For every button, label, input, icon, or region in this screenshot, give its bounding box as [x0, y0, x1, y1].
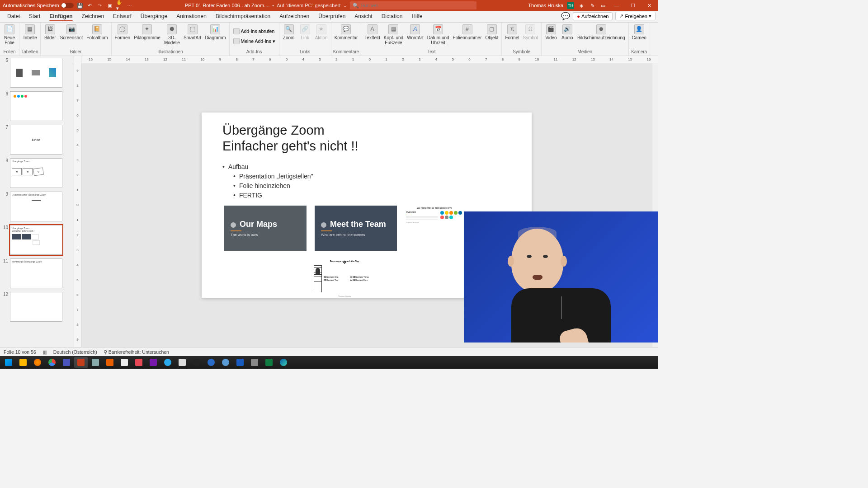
start-button[interactable] — [2, 357, 15, 368]
chart-button[interactable]: 📊Diagramm — [203, 23, 227, 41]
search-input[interactable] — [361, 3, 474, 8]
tab-animationen[interactable]: Animationen — [172, 11, 211, 22]
thumbnail-7[interactable]: Ende — [10, 125, 62, 155]
thumbnail-9[interactable]: „Automatischer" Übergänge Zoom — [10, 192, 62, 221]
firefox-icon[interactable] — [31, 357, 44, 368]
tab-entwurf[interactable]: Entwurf — [108, 11, 136, 22]
close-button[interactable]: ✕ — [643, 0, 656, 11]
touch-mode-icon[interactable]: ✋▾ — [116, 2, 123, 9]
filename-dropdown-icon[interactable]: ⌄ — [343, 3, 347, 9]
tab-datei[interactable]: Datei — [3, 11, 24, 22]
textbox-button[interactable]: ATextfeld — [363, 23, 381, 41]
thumbnail-11[interactable]: Mehrstufige Übergänge Zoom — [10, 258, 62, 288]
file-explorer-icon[interactable] — [16, 357, 30, 368]
vlc-icon[interactable] — [103, 357, 117, 368]
from-beginning-icon[interactable]: ▣ — [106, 2, 113, 9]
embedded-slide-four-ways[interactable]: Four ways to reach the Top 01 Element On… — [313, 259, 376, 295]
get-addins-button[interactable]: Add-Ins abrufen — [231, 27, 277, 35]
edge-icon[interactable] — [277, 357, 290, 368]
tab-bildschirmpraesentation[interactable]: Bildschirmpräsentation — [211, 11, 275, 22]
app-icon-2[interactable] — [118, 357, 131, 368]
slide-counter[interactable]: Folie 10 von 56 — [4, 349, 36, 355]
tab-zeichnen[interactable]: Zeichnen — [77, 11, 108, 22]
share-button[interactable]: ↗Freigeben▾ — [615, 12, 656, 20]
thumbnail-5[interactable] — [10, 58, 62, 88]
autosave-toggle[interactable]: Automatisches Speichern — [3, 3, 74, 8]
app-icon-4[interactable] — [175, 357, 189, 368]
language-label[interactable]: Deutsch (Österreich) — [53, 349, 97, 355]
video-button[interactable]: 🎬Video — [543, 23, 559, 41]
save-icon[interactable]: 💾 — [76, 2, 84, 9]
user-avatar[interactable]: TH — [567, 2, 574, 9]
thumbnail-8[interactable]: Übergänge Zoom⟲⟲⟲ — [10, 158, 62, 188]
vertical-ruler: 9876543210123456789 — [74, 63, 81, 347]
minimize-button[interactable]: — — [610, 0, 623, 11]
tab-uebergaenge[interactable]: Übergänge — [136, 11, 172, 22]
audio-button[interactable]: 🔊Audio — [560, 23, 575, 41]
table-button[interactable]: ▦Tabelle — [21, 23, 38, 41]
telegram-icon[interactable] — [161, 357, 175, 368]
zoom-button[interactable]: 🔍Zoom — [281, 23, 297, 41]
cameo-button[interactable]: 👤Cameo — [631, 23, 648, 41]
comment-button[interactable]: 💬Kommentar — [333, 23, 359, 41]
powerpoint-taskbar-icon[interactable] — [74, 357, 88, 368]
obs-icon[interactable] — [190, 357, 203, 368]
toggle-switch[interactable] — [61, 3, 74, 8]
record-button[interactable]: ●Aufzeichnen — [573, 12, 613, 20]
object-button[interactable]: ▢Objekt — [484, 23, 500, 41]
accessibility-button[interactable]: ⚲Barrierefreiheit: Untersuchen — [104, 349, 169, 355]
screen-recording-button[interactable]: ⏺Bildschirmaufzeichnung — [576, 23, 627, 41]
thumbnail-12[interactable] — [10, 292, 62, 322]
app-icon-3[interactable] — [132, 357, 146, 368]
equation-button[interactable]: πFormel — [504, 23, 520, 41]
header-footer-button[interactable]: ▤Kopf- und Fußzeile — [382, 23, 405, 46]
date-time-button[interactable]: 📅Datum und Uhrzeit — [426, 23, 451, 46]
app-icon-1[interactable] — [89, 357, 102, 368]
embedded-slide-maps[interactable]: Our Maps The worls is ours — [224, 206, 307, 251]
icons-button[interactable]: ✦Piktogramme — [132, 23, 162, 41]
excel-icon[interactable] — [262, 357, 276, 368]
tab-dictation[interactable]: Dictation — [377, 11, 407, 22]
slide-number-button[interactable]: #Foliennummer — [452, 23, 483, 41]
tab-hilfe[interactable]: Hilfe — [407, 11, 427, 22]
slide-thumbnails-panel[interactable]: 5 6 7 Ende 8 Übergänge Zoom⟲⟲⟲ 9 „Automa… — [0, 56, 74, 347]
app-icon-6[interactable] — [219, 357, 232, 368]
spell-check-icon[interactable]: ▥ — [42, 349, 47, 355]
app-icon-5[interactable] — [204, 357, 218, 368]
undo-icon[interactable]: ↶ — [86, 2, 94, 9]
group-tabellen-label: Tabellen — [21, 49, 38, 55]
tab-ueberpruefen[interactable]: Überprüfen — [314, 11, 350, 22]
my-addins-button[interactable]: Meine Add-Ins ▾ — [231, 37, 277, 45]
redo-icon[interactable]: ↷ — [96, 2, 104, 9]
window-icon[interactable]: ▭ — [599, 2, 607, 9]
wordart-button[interactable]: AWordArt — [406, 23, 425, 41]
photoalbum-button[interactable]: 📔Fotoalbum — [85, 23, 109, 41]
pictures-button[interactable]: 🖼Bilder — [42, 23, 58, 41]
search-box[interactable]: 🔍 — [350, 1, 476, 9]
qat-more-icon[interactable]: ⋯ — [126, 2, 133, 9]
3dmodels-button[interactable]: ⬢3D- Modelle — [163, 23, 181, 46]
slide-bullet-list[interactable]: Aufbau Präsentation „fertigstellen" Foli… — [222, 162, 511, 200]
comments-pane-icon[interactable]: 💬 — [561, 12, 570, 20]
embedded-slide-team[interactable]: Meet the Team Who are behind the scenes — [315, 206, 397, 251]
teams-icon[interactable] — [60, 357, 73, 368]
embedded-slide-overview[interactable]: We make things that people love Overview — [405, 206, 464, 251]
maximize-button[interactable]: ☐ — [627, 0, 639, 11]
thumbnail-10[interactable]: Übergänge Zoom Einfacher geht's nicht !! — [10, 225, 62, 255]
word-icon[interactable] — [233, 357, 247, 368]
smartart-button[interactable]: ⬚SmartArt — [182, 23, 203, 41]
tab-start[interactable]: Start — [24, 11, 45, 22]
screenshot-button[interactable]: 📷Screenshot — [59, 23, 85, 41]
app-icon-7[interactable] — [248, 357, 261, 368]
shapes-button[interactable]: ◯Formen — [113, 23, 132, 41]
onenote-icon[interactable] — [146, 357, 160, 368]
tab-ansicht[interactable]: Ansicht — [350, 11, 377, 22]
chrome-icon[interactable] — [45, 357, 59, 368]
coming-soon-icon[interactable]: ◈ — [578, 2, 585, 9]
pen-icon[interactable]: ✎ — [589, 2, 596, 9]
tab-aufzeichnen[interactable]: Aufzeichnen — [275, 11, 314, 22]
slide-title[interactable]: Übergänge Zoom Einfacher geht's nicht !! — [222, 122, 511, 154]
new-slide-button[interactable]: 📄Neue Folie — [2, 23, 17, 46]
thumbnail-6[interactable] — [10, 91, 62, 121]
tab-einfuegen[interactable]: Einfügen — [45, 11, 77, 22]
